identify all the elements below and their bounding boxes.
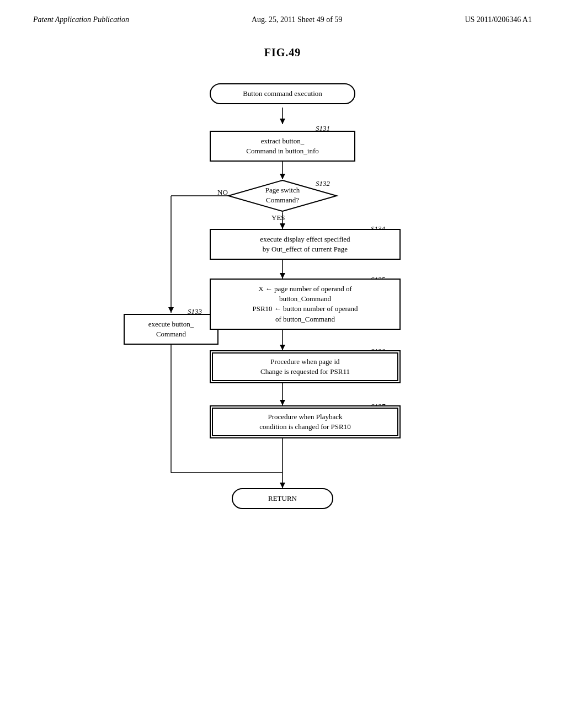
s135-node: X ← page number of operand of button_Com… <box>210 279 401 330</box>
svg-marker-3 <box>280 174 285 179</box>
patent-number: US 2011/0206346 A1 <box>465 15 532 24</box>
no-label: NO <box>217 188 228 197</box>
diamond-svg: Page switch Command? <box>226 179 339 212</box>
publication-label: Patent Application Publication <box>33 15 129 24</box>
end-node: RETURN <box>232 488 333 509</box>
svg-text:Page switch: Page switch <box>265 186 300 194</box>
s131-node: extract button_ Command in button_info <box>210 131 355 162</box>
flowchart: Button command execution S131 extract bu… <box>89 76 476 682</box>
svg-marker-1 <box>280 119 285 124</box>
s133-node: execute button_ Command <box>124 314 218 345</box>
page-header: Patent Application Publication Aug. 25, … <box>0 0 565 24</box>
fig-title: FIG.49 <box>264 46 301 59</box>
svg-text:Command?: Command? <box>266 196 299 204</box>
svg-marker-19 <box>280 483 285 488</box>
svg-marker-12 <box>280 345 285 350</box>
svg-marker-10 <box>280 273 285 279</box>
svg-marker-8 <box>168 307 174 313</box>
svg-marker-5 <box>280 223 285 229</box>
start-node: Button command execution <box>210 83 355 104</box>
yes-label: YES <box>271 213 285 222</box>
s132-diamond: Page switch Command? <box>226 179 339 215</box>
s137-node: Procedure when Playback condition is cha… <box>210 405 401 438</box>
diagram-area: FIG.49 <box>0 24 565 682</box>
svg-marker-14 <box>280 400 285 405</box>
s134-node: execute display effect specified by Out_… <box>210 229 401 260</box>
s136-node: Procedure when page id Change is request… <box>210 350 401 383</box>
sheet-info: Aug. 25, 2011 Sheet 49 of 59 <box>252 15 342 24</box>
